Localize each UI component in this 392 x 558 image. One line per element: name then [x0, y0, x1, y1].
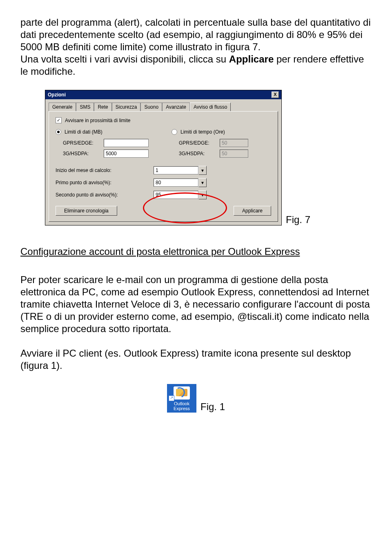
dialog-title: Opzioni	[48, 92, 66, 98]
outlook-icon-line1: Outlook	[169, 401, 195, 406]
shortcut-arrow-icon: ↗	[169, 395, 174, 401]
tab-rete[interactable]: Rete	[94, 103, 111, 111]
gprs-label-left: GPRS/EDGE:	[56, 140, 104, 146]
figure-1-caption: Fig. 1	[200, 401, 225, 413]
tab-avviso-flusso[interactable]: Avviso di flusso	[190, 103, 231, 111]
hsdpa-label-left: 3G/HSDPA:	[56, 151, 104, 156]
month-start-value[interactable]: 1	[154, 166, 198, 174]
hsdpa-input-left[interactable]: 5000	[104, 150, 149, 158]
apply-button[interactable]: Applicare	[234, 206, 271, 216]
radio-time-limits[interactable]	[172, 129, 177, 135]
paragraph-1-pre: parte del programma (alert), calcolati i…	[20, 17, 371, 52]
proximity-checkbox-label: Avvisare in prossimità di limite	[65, 118, 131, 123]
paragraph-2: Per poter scaricare le e-mail con un pro…	[20, 274, 372, 335]
tab-row: Generale SMS Rete Sicurezza Suono Avanza…	[45, 99, 281, 111]
tab-suono[interactable]: Suono	[140, 103, 162, 111]
hsdpa-input-right: 50	[220, 150, 248, 158]
month-start-combo[interactable]: 1 ▼	[154, 166, 207, 175]
section-heading: Configurazione account di posta elettron…	[20, 246, 372, 257]
gprs-input-left[interactable]	[104, 139, 149, 147]
proximity-checkbox[interactable]: ✓	[56, 117, 62, 123]
figure-7-caption: Fig. 7	[286, 214, 310, 225]
paragraph-3: Avviare il PC client (es. Outlook Expres…	[20, 347, 372, 372]
first-warn-combo[interactable]: 80 ▼	[154, 178, 207, 187]
tab-sms[interactable]: SMS	[76, 103, 94, 111]
dialog-titlebar: Opzioni X	[45, 90, 281, 99]
outlook-express-icon	[174, 386, 190, 400]
tab-avanzate[interactable]: Avanzate	[162, 103, 190, 111]
paragraph-1: parte del programma (alert), calcolati i…	[20, 16, 372, 78]
chevron-down-icon[interactable]: ▼	[198, 190, 207, 199]
radio-data-limits[interactable]	[56, 129, 61, 135]
gprs-label-right: GPRS/EDGE:	[172, 140, 220, 146]
second-warn-combo[interactable]: 95 ▼	[154, 190, 207, 199]
paragraph-1-bold: Applicare	[229, 54, 274, 65]
second-warn-label: Secondo punto di avviso(%):	[56, 192, 154, 198]
radio-time-limits-label: Limiti di tempo (Ore)	[180, 129, 225, 135]
outlook-icon-line2: Express	[169, 406, 195, 411]
first-warn-label: Primo punto di avviso(%):	[56, 180, 154, 185]
gprs-input-right: 50	[220, 139, 248, 147]
options-dialog: Opzioni X Generale SMS Rete Sicurezza Su…	[45, 90, 282, 225]
clear-history-button[interactable]: Eliminare cronologia	[56, 206, 117, 216]
hsdpa-label-right: 3G/HSDPA:	[172, 151, 220, 156]
tab-sicurezza[interactable]: Sicurezza	[112, 103, 141, 111]
paragraph-1-line2a: Una volta scelti i vari avvisi disponibi…	[20, 54, 229, 65]
tab-panel: ✓ Avvisare in prossimità di limite Limit…	[49, 111, 278, 222]
radio-data-limits-label: Limiti di dati (MB)	[65, 129, 102, 135]
outlook-express-desktop-icon[interactable]: ↗ Outlook Express	[167, 384, 196, 413]
chevron-down-icon[interactable]: ▼	[198, 178, 207, 187]
close-button[interactable]: X	[272, 92, 279, 98]
first-warn-value[interactable]: 80	[154, 179, 198, 187]
chevron-down-icon[interactable]: ▼	[198, 166, 207, 175]
tab-generale[interactable]: Generale	[49, 103, 76, 111]
second-warn-value[interactable]: 95	[154, 191, 198, 199]
month-start-label: Inizio del mese di calcolo:	[56, 167, 154, 173]
